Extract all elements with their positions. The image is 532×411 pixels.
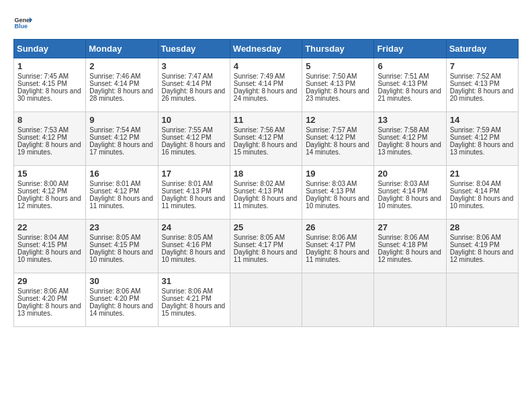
weekday-header: Sunday xyxy=(14,40,86,58)
day-number: 3 xyxy=(162,61,226,71)
day-number: 18 xyxy=(234,169,298,179)
daylight-text: Daylight: 8 hours and 17 minutes. xyxy=(89,141,154,156)
sunrise-text: Sunrise: 7:53 AM xyxy=(17,126,82,134)
daylight-text: Daylight: 8 hours and 12 minutes. xyxy=(378,248,442,263)
sunset-text: Sunset: 4:20 PM xyxy=(89,295,154,302)
logo-icon: General Blue xyxy=(13,13,32,32)
day-number: 5 xyxy=(306,61,370,71)
day-number: 12 xyxy=(306,115,370,125)
calendar-cell: 14Sunrise: 7:59 AMSunset: 4:12 PMDayligh… xyxy=(446,112,518,166)
calendar-week-row: 1Sunrise: 7:45 AMSunset: 4:15 PMDaylight… xyxy=(14,58,519,112)
calendar-cell: 30Sunrise: 8:06 AMSunset: 4:20 PMDayligh… xyxy=(86,273,158,327)
sunrise-text: Sunrise: 8:05 AM xyxy=(234,234,298,241)
daylight-text: Daylight: 8 hours and 11 minutes. xyxy=(234,248,298,263)
daylight-text: Daylight: 8 hours and 13 minutes. xyxy=(450,141,515,156)
calendar-cell: 11Sunrise: 7:56 AMSunset: 4:12 PMDayligh… xyxy=(230,112,302,166)
calendar-cell: 26Sunrise: 8:06 AMSunset: 4:17 PMDayligh… xyxy=(302,220,374,273)
calendar-cell: 23Sunrise: 8:05 AMSunset: 4:15 PMDayligh… xyxy=(86,220,158,273)
sunrise-text: Sunrise: 8:00 AM xyxy=(17,180,82,187)
day-number: 26 xyxy=(306,222,370,232)
weekday-header: Saturday xyxy=(446,40,518,58)
day-number: 27 xyxy=(378,222,442,232)
daylight-text: Daylight: 8 hours and 14 minutes. xyxy=(306,141,370,156)
sunset-text: Sunset: 4:12 PM xyxy=(89,187,154,195)
calendar-cell: 6Sunrise: 7:51 AMSunset: 4:13 PMDaylight… xyxy=(374,58,446,112)
day-number: 21 xyxy=(450,169,515,179)
sunrise-text: Sunrise: 8:01 AM xyxy=(89,180,154,187)
day-number: 17 xyxy=(162,169,226,179)
calendar-cell: 18Sunrise: 8:02 AMSunset: 4:13 PMDayligh… xyxy=(230,166,302,220)
sunrise-text: Sunrise: 8:04 AM xyxy=(17,234,82,241)
sunrise-text: Sunrise: 7:50 AM xyxy=(306,73,370,80)
weekday-header: Friday xyxy=(374,40,446,58)
calendar-cell xyxy=(230,273,302,327)
page-header: General Blue xyxy=(13,13,519,32)
day-number: 19 xyxy=(306,169,370,179)
sunrise-text: Sunrise: 8:06 AM xyxy=(89,287,154,295)
sunrise-text: Sunrise: 8:03 AM xyxy=(306,180,370,187)
sunrise-text: Sunrise: 8:05 AM xyxy=(89,234,154,241)
calendar-cell: 17Sunrise: 8:01 AMSunset: 4:13 PMDayligh… xyxy=(158,166,230,220)
weekday-header: Tuesday xyxy=(158,40,230,58)
calendar-cell: 22Sunrise: 8:04 AMSunset: 4:15 PMDayligh… xyxy=(14,220,86,273)
daylight-text: Daylight: 8 hours and 15 minutes. xyxy=(234,141,298,156)
weekday-header: Thursday xyxy=(302,40,374,58)
calendar-cell xyxy=(446,273,518,327)
calendar-cell: 27Sunrise: 8:06 AMSunset: 4:18 PMDayligh… xyxy=(374,220,446,273)
daylight-text: Daylight: 8 hours and 10 minutes. xyxy=(306,195,370,210)
daylight-text: Daylight: 8 hours and 24 minutes. xyxy=(234,87,298,102)
sunset-text: Sunset: 4:19 PM xyxy=(450,241,515,248)
daylight-text: Daylight: 8 hours and 11 minutes. xyxy=(89,195,154,210)
day-number: 22 xyxy=(17,222,82,232)
daylight-text: Daylight: 8 hours and 15 minutes. xyxy=(162,302,226,317)
calendar-table: SundayMondayTuesdayWednesdayThursdayFrid… xyxy=(13,39,519,327)
daylight-text: Daylight: 8 hours and 11 minutes. xyxy=(234,195,298,210)
day-number: 30 xyxy=(89,276,154,286)
calendar-week-row: 29Sunrise: 8:06 AMSunset: 4:20 PMDayligh… xyxy=(14,273,519,327)
daylight-text: Daylight: 8 hours and 21 minutes. xyxy=(378,87,442,102)
sunset-text: Sunset: 4:13 PM xyxy=(162,187,226,195)
day-number: 31 xyxy=(162,276,226,286)
sunset-text: Sunset: 4:12 PM xyxy=(89,134,154,141)
calendar-cell: 19Sunrise: 8:03 AMSunset: 4:13 PMDayligh… xyxy=(302,166,374,220)
day-number: 10 xyxy=(162,115,226,125)
sunset-text: Sunset: 4:13 PM xyxy=(234,187,298,195)
sunset-text: Sunset: 4:12 PM xyxy=(17,134,82,141)
sunrise-text: Sunrise: 8:04 AM xyxy=(450,180,515,187)
calendar-cell: 21Sunrise: 8:04 AMSunset: 4:14 PMDayligh… xyxy=(446,166,518,220)
daylight-text: Daylight: 8 hours and 13 minutes. xyxy=(378,141,442,156)
calendar-cell: 4Sunrise: 7:49 AMSunset: 4:14 PMDaylight… xyxy=(230,58,302,112)
sunrise-text: Sunrise: 7:54 AM xyxy=(89,126,154,134)
sunset-text: Sunset: 4:12 PM xyxy=(234,134,298,141)
day-number: 29 xyxy=(17,276,82,286)
daylight-text: Daylight: 8 hours and 10 minutes. xyxy=(450,195,515,210)
sunset-text: Sunset: 4:14 PM xyxy=(162,80,226,87)
sunrise-text: Sunrise: 7:55 AM xyxy=(162,126,226,134)
calendar-cell: 24Sunrise: 8:05 AMSunset: 4:16 PMDayligh… xyxy=(158,220,230,273)
sunset-text: Sunset: 4:13 PM xyxy=(450,80,515,87)
calendar-week-row: 15Sunrise: 8:00 AMSunset: 4:12 PMDayligh… xyxy=(14,166,519,220)
calendar-cell: 25Sunrise: 8:05 AMSunset: 4:17 PMDayligh… xyxy=(230,220,302,273)
day-number: 28 xyxy=(450,222,515,232)
daylight-text: Daylight: 8 hours and 26 minutes. xyxy=(162,87,226,102)
daylight-text: Daylight: 8 hours and 11 minutes. xyxy=(162,195,226,210)
sunset-text: Sunset: 4:17 PM xyxy=(306,241,370,248)
sunrise-text: Sunrise: 8:06 AM xyxy=(306,234,370,241)
sunrise-text: Sunrise: 8:06 AM xyxy=(450,234,515,241)
sunrise-text: Sunrise: 8:05 AM xyxy=(162,234,226,241)
daylight-text: Daylight: 8 hours and 13 minutes. xyxy=(17,302,82,317)
sunset-text: Sunset: 4:14 PM xyxy=(89,80,154,87)
sunrise-text: Sunrise: 8:02 AM xyxy=(234,180,298,187)
day-number: 7 xyxy=(450,61,515,71)
svg-text:Blue: Blue xyxy=(14,23,28,30)
weekday-header: Monday xyxy=(86,40,158,58)
sunrise-text: Sunrise: 7:52 AM xyxy=(450,73,515,80)
calendar-cell: 12Sunrise: 7:57 AMSunset: 4:12 PMDayligh… xyxy=(302,112,374,166)
calendar-cell: 29Sunrise: 8:06 AMSunset: 4:20 PMDayligh… xyxy=(14,273,86,327)
sunrise-text: Sunrise: 7:47 AM xyxy=(162,73,226,80)
daylight-text: Daylight: 8 hours and 12 minutes. xyxy=(450,248,515,263)
sunset-text: Sunset: 4:20 PM xyxy=(17,295,82,302)
sunset-text: Sunset: 4:15 PM xyxy=(89,241,154,248)
day-number: 25 xyxy=(234,222,298,232)
sunrise-text: Sunrise: 8:01 AM xyxy=(162,180,226,187)
